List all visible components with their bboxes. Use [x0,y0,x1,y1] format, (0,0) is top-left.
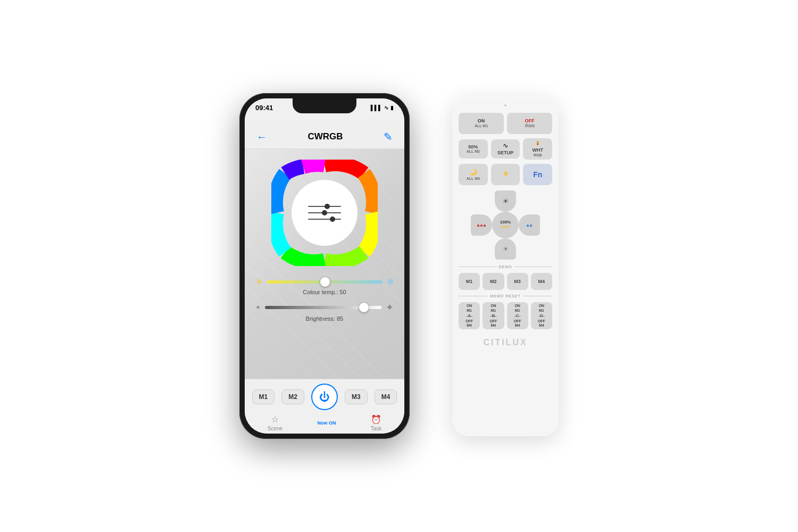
m1-button[interactable]: M1 [252,389,275,404]
m4-remote-button[interactable]: M4 [531,273,552,290]
fn-label: Fn [533,170,542,179]
svg-point-3 [325,204,330,209]
zone-a-letter: -A- [467,313,472,319]
zone-a-on: ONM1 [467,304,472,313]
remote-row-on-off: ON ALL M1 OFF ⏱20S [459,113,552,134]
zone-b-letter: -B- [491,313,496,319]
sun-center-button[interactable]: ☀ [491,164,520,185]
zone-a-button[interactable]: ONM1 -A- OFFM4 [459,302,480,329]
setup-button[interactable]: ∿ SETUP [491,139,520,159]
dpad: ☀ ●●● 100%✦✦✦ ●● ☀ [471,190,540,260]
color-temp-slider[interactable] [267,280,383,284]
dpad-center-button[interactable]: 100%✦✦✦ [492,212,519,238]
dpad-left-button[interactable]: ●●● [471,214,492,236]
memo-reset-label-row: MEMO RESET [459,294,552,298]
temp-icon: 🌡 [535,140,541,147]
dim-icon: ✦ [255,304,261,311]
memo-reset-label: MEMO RESET [490,294,520,298]
sliders-area: ☀ ❄ Colour temp.: 50 ✦ ✦ [245,271,404,327]
on-sublabel: ALL M1 [475,124,488,128]
battery-icon: ▮ [390,105,394,111]
clock: 09:41 [255,104,273,112]
brightness-thumb[interactable] [359,303,369,312]
power-button[interactable]: ⏻ [311,384,338,410]
phone-screen: 09:41 ▌▌▌ ∿ ▮ ← CWRGB ✎ [245,98,404,434]
zone-c-on: ONM1 [514,304,520,313]
m2-button[interactable]: M2 [281,389,304,404]
color-temp-label: Colour temp.: 50 [255,289,394,295]
zone-d-off: OFFM4 [538,319,545,328]
dpad-down-icon: ☀ [503,245,509,253]
citilux-label: CITILUX [483,338,527,347]
sun-icon: ☀ [503,170,509,178]
color-temp-thumb[interactable] [320,277,330,287]
dpad-right-icon: ●● [526,222,533,228]
color-wheel[interactable] [271,160,378,266]
bright-icon: ✦ [386,302,394,313]
on-label: ON [478,118,485,124]
zone-d-button[interactable]: ONM1 -D- OFFM4 [531,302,552,329]
demo-line-right [514,267,553,267]
main-scene: 09:41 ▌▌▌ ∿ ▮ ← CWRGB ✎ [0,0,798,532]
color-temp-row: ☀ ❄ [255,277,394,287]
app-content: ☀ ❄ Colour temp.: 50 ✦ ✦ [245,149,404,379]
zone-d-on: ONM1 [539,304,545,313]
m1-remote-button[interactable]: M1 [459,273,480,290]
m2-remote-button[interactable]: M2 [483,273,504,290]
back-button[interactable]: ← [253,130,270,144]
task-label: Task [371,426,382,431]
now-on-tab[interactable]: Now ON [317,420,336,426]
off-button[interactable]: OFF ⏱20S [507,113,552,134]
m3-remote-button[interactable]: M3 [507,273,528,290]
memo-line-left [459,296,488,296]
m-buttons-row: M1 M2 M3 M4 [459,273,552,290]
demo-label: DEMO [499,265,512,269]
brightness-row: ✦ ✦ [255,302,394,313]
scene-icon: ☆ [271,414,279,425]
app-header: ← CWRGB ✎ [245,125,404,149]
task-icon: ⏰ [371,414,381,425]
memory-buttons: M1 M2 ⏻ M3 M4 [250,384,399,410]
moon-icon: 🌙 [469,168,477,176]
fn-button[interactable]: Fn [523,164,552,185]
m3-button[interactable]: M3 [345,389,368,404]
zone-c-button[interactable]: ONM1 -C- OFFM4 [507,302,528,329]
dpad-down-button[interactable]: ☀ [495,238,516,260]
moon-button[interactable]: 🌙 ALL M4 [459,164,488,185]
signal-icon: ▌▌▌ [371,105,382,111]
status-bar: 09:41 ▌▌▌ ∿ ▮ [245,104,404,112]
wifi-setup-icon: ∿ [503,142,508,149]
warm-icon: ☀ [255,277,263,287]
remote-row-2: 50% ALL M2 ∿ SETUP 🌡 WHT RGB [459,138,552,160]
scene-label: Scene [268,426,282,431]
app-title: CWRGB [270,131,380,142]
dpad-right-button[interactable]: ●● [519,214,540,236]
zone-b-on: ONM1 [491,304,496,313]
on-all-button[interactable]: ON ALL M1 [459,113,504,134]
zone-c-letter: -C- [514,313,520,319]
svg-point-7 [330,217,335,222]
edit-button[interactable]: ✎ [380,129,396,144]
svg-point-5 [322,210,327,215]
task-tab[interactable]: ⏰ Task [371,414,382,431]
off-sublabel: ⏱20S [525,124,535,128]
zone-b-button[interactable]: ONM1 -B- OFFM4 [483,302,504,329]
wifi-icon: ∿ [384,105,388,111]
remote-row-3: 🌙 ALL M4 ☀ Fn [459,164,552,185]
cool-icon: ❄ [387,277,394,287]
scene-tab[interactable]: ☆ Scene [268,414,282,431]
off-label: OFF [525,118,535,124]
dpad-up-icon: ☀ [502,197,509,205]
demo-line-left [459,267,497,267]
color-wheel-area[interactable] [245,149,404,271]
brightness-slider[interactable] [265,306,381,309]
phone: 09:41 ▌▌▌ ∿ ▮ ← CWRGB ✎ [239,93,410,439]
dpad-up-button[interactable]: ☀ [495,190,516,212]
demo-label-row: DEMO [459,265,552,269]
brightness-label: Brightness: 85 [255,315,394,322]
fifty-percent-button[interactable]: 50% ALL M2 [459,139,488,159]
m4-button[interactable]: M4 [375,389,397,404]
bottom-bar: M1 M2 ⏻ M3 M4 ☆ Scene Now ON ⏰ [245,379,404,434]
wht-rgb-button[interactable]: 🌡 WHT RGB [523,138,552,160]
memo-line-right [523,296,552,296]
